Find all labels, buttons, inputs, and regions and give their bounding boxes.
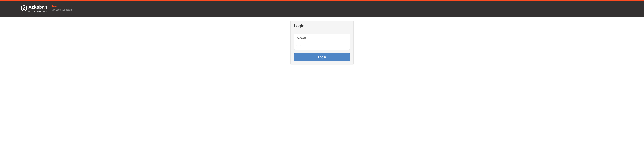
login-title: Login [294, 23, 350, 30]
login-button[interactable]: Login [294, 53, 350, 61]
azkaban-logo-icon [21, 5, 27, 11]
environment-label: Test My Local Azkaban [52, 4, 72, 11]
header-bar: Azkaban 0.1.0-SNAPSHOT Test My Local Azk… [0, 1, 644, 17]
app-version: 0.1.0-SNAPSHOT [28, 9, 48, 13]
logo-group: Azkaban 0.1.0-SNAPSHOT [21, 4, 48, 13]
username-input[interactable] [294, 34, 350, 42]
app-name: Azkaban [28, 4, 48, 9]
environment-name: Test [52, 4, 72, 8]
environment-description: My Local Azkaban [52, 8, 72, 11]
password-input[interactable] [294, 42, 350, 50]
login-panel: Login Login [290, 21, 354, 65]
